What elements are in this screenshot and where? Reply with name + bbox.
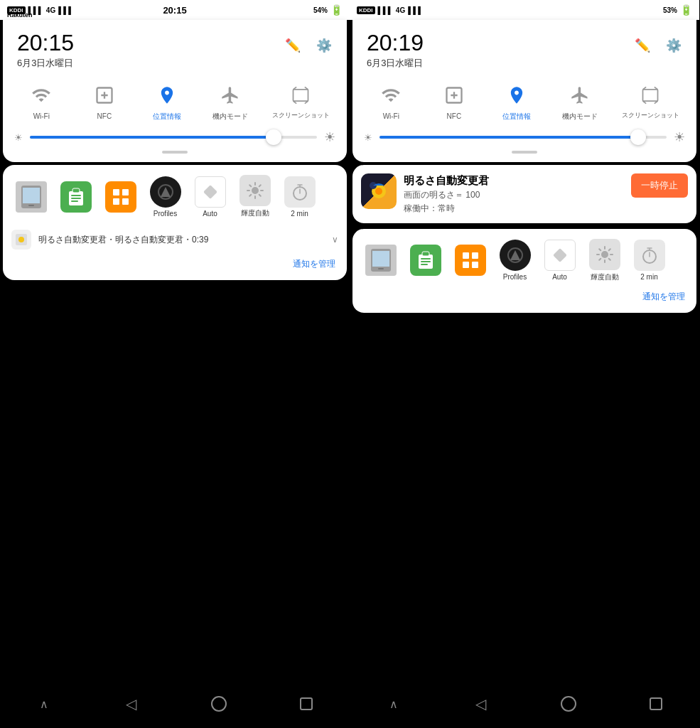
right-wifi-label: Wi-Fi xyxy=(383,112,399,121)
right-big-notif-line1: 画面の明るさ＝ 100 xyxy=(404,189,624,201)
left-time-section: 20:15 6月3日水曜日 ✏️ ⚙️ xyxy=(3,20,347,75)
left-status-center: 20:15 xyxy=(163,5,186,16)
left-time-display: 20:15 6月3日水曜日 xyxy=(17,31,74,70)
svg-point-23 xyxy=(375,188,382,195)
right-toggle-nfc[interactable]: NFC xyxy=(433,81,475,121)
left-app-icon-auto[interactable]: Auto xyxy=(190,176,230,218)
right-big-notif-content: 明るさ自動変更君 画面の明るさ＝ 100 稼働中：常時 xyxy=(404,173,624,215)
left-manage-notif[interactable]: 通知を管理 xyxy=(3,255,347,276)
left-brightness-thumb[interactable] xyxy=(266,129,281,145)
right-toggle-airplane[interactable]: 機内モード xyxy=(559,81,601,121)
right-time-display: 20:19 6月3日水曜日 xyxy=(367,31,424,70)
left-nav-home[interactable] xyxy=(205,690,233,718)
right-grid-icon xyxy=(455,245,486,276)
right-phone-icon xyxy=(365,245,397,276)
right-app-icon-profiles[interactable]: Profiles xyxy=(495,240,534,281)
left-status-left: KDDI ▌▌▌ 4G ▌▌▌ Rakuten xyxy=(7,6,76,14)
right-screenshot-icon xyxy=(636,81,664,109)
left-toggle-screenshot[interactable]: スクリーンショット xyxy=(272,81,330,121)
left-status-bar: KDDI ▌▌▌ 4G ▌▌▌ Rakuten 20:15 54% 🔋 xyxy=(0,0,350,20)
right-brightness-fill xyxy=(379,136,638,139)
right-app-icon-brightness-auto xyxy=(361,173,397,209)
left-settings-button[interactable]: ⚙️ xyxy=(316,37,333,54)
right-app-icon-grid[interactable] xyxy=(451,245,490,276)
left-wifi-label: Wi-Fi xyxy=(33,112,50,121)
right-quick-toggles: Wi-Fi NFC 位置情報 xyxy=(352,75,696,127)
right-settings-button[interactable]: ⚙️ xyxy=(665,37,682,54)
left-location-label: 位置情報 xyxy=(153,112,181,121)
right-pause-button[interactable]: 一時停止 xyxy=(631,173,688,198)
right-clipboard-icon xyxy=(410,245,441,276)
svg-rect-33 xyxy=(463,252,469,259)
right-app-icon-clipboard[interactable] xyxy=(406,245,445,276)
left-nav-bar: ∧ ◁ xyxy=(0,685,350,728)
right-big-notif-header: 明るさ自動変更君 画面の明るさ＝ 100 稼働中：常時 一時停止 xyxy=(361,173,688,215)
left-time-icons: ✏️ ⚙️ xyxy=(284,31,333,54)
svg-rect-36 xyxy=(472,262,478,268)
left-phone-icon xyxy=(16,181,47,213)
right-pencil-button[interactable]: ✏️ xyxy=(634,37,651,54)
right-profiles-icon xyxy=(500,240,531,271)
right-brightness-auto-icon xyxy=(589,239,620,270)
right-4g-label: 4G xyxy=(396,6,405,14)
right-app-icon-brightness-auto[interactable]: 輝度自動 xyxy=(585,239,624,282)
right-status-right: 53% 🔋 xyxy=(663,4,692,16)
left-toggle-airplane[interactable]: 機内モード xyxy=(209,81,252,121)
right-app-icon-phone[interactable] xyxy=(361,245,400,276)
right-airplane-label: 機内モード xyxy=(562,112,598,121)
right-nav-bar: ∧ ◁ xyxy=(350,685,699,728)
left-battery-pct: 54% xyxy=(313,6,328,14)
right-app-icon-auto[interactable]: Auto xyxy=(540,240,579,281)
right-signal-icon: ▌▌▌ xyxy=(378,6,393,14)
svg-marker-38 xyxy=(510,250,520,260)
left-toggle-nfc[interactable]: NFC xyxy=(83,81,126,121)
svg-rect-30 xyxy=(421,258,431,259)
left-toggle-wifi[interactable]: Wi-Fi xyxy=(20,81,63,121)
svg-rect-21 xyxy=(643,90,658,101)
left-pencil-button[interactable]: ✏️ xyxy=(284,37,301,54)
svg-marker-15 xyxy=(161,187,171,197)
left-toggle-location[interactable]: 位置情報 xyxy=(146,81,188,121)
right-app-icon-timer[interactable]: 2 min xyxy=(630,240,669,281)
left-location-icon xyxy=(153,81,181,109)
svg-rect-29 xyxy=(422,252,429,256)
right-nav-chevron-down[interactable]: ∧ xyxy=(379,690,408,718)
right-status-left: KDDI ▌▌▌ 4G ▌▌▌ Rakuten xyxy=(357,6,423,14)
right-nav-back[interactable]: ◁ xyxy=(467,690,495,718)
right-big-notif-line2: 稼働中：常時 xyxy=(404,203,624,215)
left-notification-panel: 20:15 6月3日水曜日 ✏️ ⚙️ Wi-Fi xyxy=(3,20,347,162)
left-app-icon-brightness-auto[interactable]: 輝度自動 xyxy=(235,175,274,218)
right-drag-handle[interactable] xyxy=(512,151,537,154)
right-brightness-thumb[interactable] xyxy=(630,129,646,145)
right-big-notif-title: 明るさ自動変更君 xyxy=(404,173,624,188)
right-big-notification-card: 明るさ自動変更君 画面の明るさ＝ 100 稼働中：常時 一時停止 xyxy=(352,165,696,223)
left-app-icon-timer[interactable]: 2 min xyxy=(280,176,319,218)
right-toggle-screenshot[interactable]: スクリーンショット xyxy=(622,81,679,121)
right-brightness-high-icon: ☀ xyxy=(674,129,685,145)
left-nfc-icon xyxy=(90,81,119,109)
left-brightness-fill xyxy=(30,136,274,139)
right-nav-home[interactable] xyxy=(554,690,583,718)
svg-rect-39 xyxy=(553,248,567,262)
right-toggle-wifi[interactable]: Wi-Fi xyxy=(370,81,412,121)
left-nav-recents[interactable] xyxy=(292,690,321,718)
left-nav-chevron-down[interactable]: ∧ xyxy=(30,690,58,718)
right-manage-notif[interactable]: 通知を管理 xyxy=(352,288,696,309)
left-drag-handle[interactable] xyxy=(162,151,188,154)
right-brightness-slider[interactable] xyxy=(379,136,667,139)
left-auto-icon xyxy=(195,176,226,208)
left-grid-icon xyxy=(105,181,136,213)
svg-rect-35 xyxy=(463,262,469,268)
left-nav-back[interactable]: ◁ xyxy=(117,690,146,718)
right-app-icons-row: Profiles Auto 輝度自動 xyxy=(352,233,696,288)
left-app-icon-clipboard[interactable] xyxy=(56,181,95,213)
left-app-icon-phone[interactable] xyxy=(11,181,50,213)
left-notification-item[interactable]: 明るさ自動変更君・明るさ自動変更君・0:39 ∨ xyxy=(3,224,347,255)
left-app-icon-profiles[interactable]: Profiles xyxy=(146,176,185,218)
right-toggle-location[interactable]: 位置情報 xyxy=(495,81,538,121)
left-quick-toggles: Wi-Fi NFC 位置情報 xyxy=(3,75,347,127)
right-nav-recents[interactable] xyxy=(642,690,670,718)
left-app-icon-grid[interactable] xyxy=(101,181,140,213)
right-nfc-label: NFC xyxy=(447,112,462,121)
left-brightness-slider[interactable] xyxy=(30,136,317,139)
